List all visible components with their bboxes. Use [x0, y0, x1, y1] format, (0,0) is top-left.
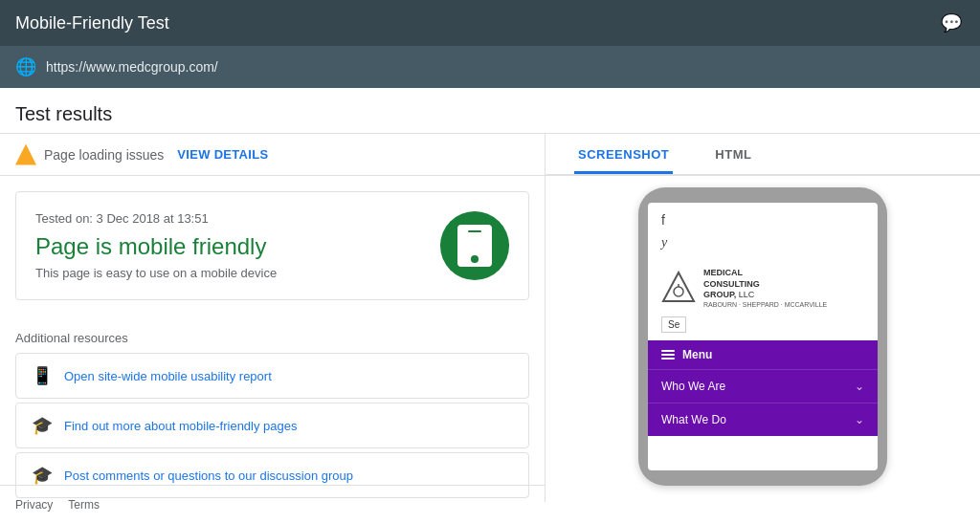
panels-row: Tested on: 3 Dec 2018 at 13:51 Page is m… [0, 176, 980, 502]
who-we-are-label: Who We Are [661, 380, 725, 393]
result-card: Tested on: 3 Dec 2018 at 13:51 Page is m… [15, 191, 529, 300]
menu-label: Menu [682, 348, 712, 361]
view-details-link[interactable]: VIEW DETAILS [177, 147, 268, 162]
phone-container: f y [638, 187, 887, 486]
phone-nav-what-we-do[interactable]: What We Do ⌄ [648, 403, 878, 436]
result-card-content: Tested on: 3 Dec 2018 at 13:51 Page is m… [35, 211, 277, 280]
left-panel: Tested on: 3 Dec 2018 at 13:51 Page is m… [0, 176, 546, 502]
menu-line-2 [661, 354, 675, 356]
phone-logo-area: MEDICALCONSULTINGGROUP, LLC RABOURN · SH… [648, 262, 878, 316]
warning-text: Page loading issues [44, 147, 164, 163]
graduation-icon-2: 🎓 [32, 465, 53, 486]
screenshot-tab[interactable]: SCREENSHOT [574, 138, 673, 174]
chevron-down-icon-1: ⌄ [855, 380, 864, 393]
phone-search-box: Se [661, 316, 686, 333]
resource-text-2: Find out more about mobile-friendly page… [64, 419, 298, 433]
warning-bar: Page loading issues VIEW DETAILS [0, 134, 546, 175]
page-footer: Privacy Terms [0, 485, 546, 502]
phone-shape [457, 225, 492, 267]
url-text: https://www.medcgroup.com/ [46, 59, 218, 75]
company-name: MEDICALCONSULTINGGROUP, LLC RABOURN · SH… [703, 268, 827, 308]
graduation-icon-1: 🎓 [32, 415, 53, 436]
mobile-friendly-title: Page is mobile friendly [35, 233, 277, 260]
menu-line-1 [661, 350, 675, 352]
what-we-do-label: What We Do [661, 413, 726, 426]
warning-icon [15, 144, 36, 165]
right-panel: f y [546, 176, 980, 502]
globe-icon: 🌐 [15, 56, 36, 77]
logo-text: MEDICALCONSULTINGGROUP, LLC [703, 268, 827, 301]
tab-bar: SCREENSHOT HTML [546, 134, 980, 175]
resource-item-2[interactable]: 🎓 Find out more about mobile-friendly pa… [15, 403, 529, 448]
url-bar: 🌐 https://www.medcgroup.com/ [0, 46, 980, 88]
resource-text-1: Open site-wide mobile usability report [64, 369, 272, 383]
phone-search-area: Se [648, 316, 878, 340]
app-title: Mobile-Friendly Test [15, 13, 169, 33]
terms-link[interactable]: Terms [68, 498, 100, 503]
warning-tab-row: Page loading issues VIEW DETAILS SCREENS… [0, 134, 980, 176]
phone-screen: f y [648, 203, 878, 470]
mobile-icon [440, 211, 509, 280]
mobile-report-icon: 📱 [32, 365, 53, 386]
test-results-heading: Test results [0, 88, 980, 134]
phone-nav-who-we-are[interactable]: Who We Are ⌄ [648, 369, 878, 403]
phone-content: f y [648, 203, 878, 436]
feedback-icon[interactable]: 💬 [938, 12, 965, 33]
privacy-link[interactable]: Privacy [15, 498, 53, 503]
phone-social-area: f y [648, 203, 878, 262]
company-logo-icon [661, 271, 696, 305]
resource-text-3: Post comments or questions to our discus… [64, 469, 353, 483]
resource-item-1[interactable]: 📱 Open site-wide mobile usability report [15, 353, 529, 399]
tested-on-text: Tested on: 3 Dec 2018 at 13:51 [35, 211, 277, 226]
additional-resources-heading: Additional resources [0, 316, 545, 353]
phone-mockup: f y [638, 187, 887, 486]
app-header: Mobile-Friendly Test 💬 [0, 0, 980, 46]
facebook-link: f [661, 212, 864, 228]
logo-sub: RABOURN · SHEPPARD · MCCARVILLE [703, 301, 827, 308]
html-tab[interactable]: HTML [711, 138, 755, 174]
phone-menu-bar: Menu [648, 340, 878, 369]
twitter-link: y [661, 235, 864, 251]
chevron-down-icon-2: ⌄ [855, 413, 864, 426]
svg-point-1 [674, 287, 683, 296]
hamburger-icon [661, 350, 675, 360]
menu-line-3 [661, 358, 675, 360]
mobile-friendly-description: This page is easy to use on a mobile dev… [35, 266, 277, 280]
